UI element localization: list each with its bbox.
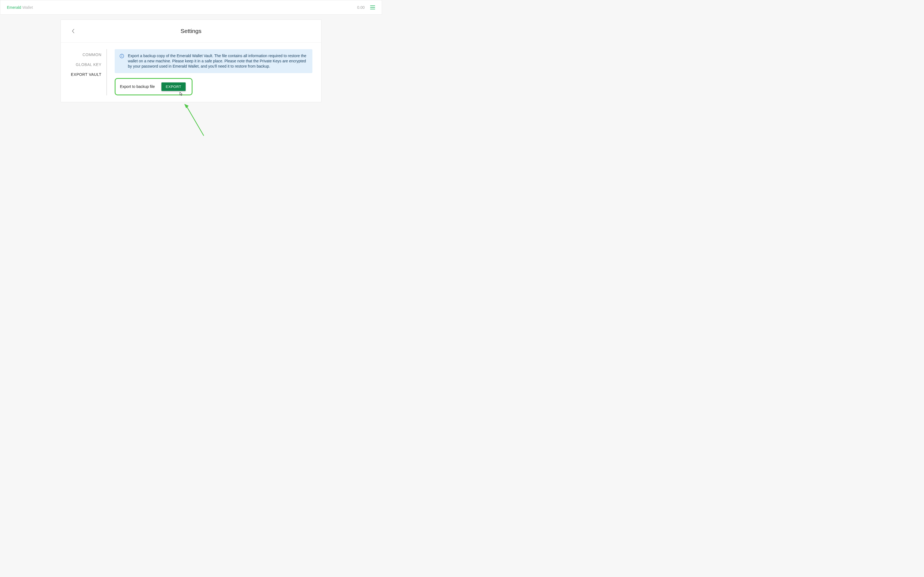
svg-marker-4 (184, 104, 189, 108)
settings-content: Export a backup copy of the Emerald Wall… (107, 49, 312, 95)
header-right: 0.00 (357, 5, 375, 10)
info-icon (120, 54, 124, 60)
sidebar-item-global-key[interactable]: GLOBAL KEY (61, 60, 107, 69)
svg-rect-2 (121, 56, 122, 57)
export-button[interactable]: EXPORT (162, 82, 186, 91)
back-button[interactable] (72, 29, 74, 33)
info-text: Export a backup copy of the Emerald Wall… (128, 53, 307, 69)
settings-sidebar: COMMON GLOBAL KEY EXPORT VAULT (61, 49, 107, 95)
app-header: Emerald Wallet 0.00 (0, 0, 382, 15)
logo-brand: Emerald (7, 5, 21, 10)
card-header: Settings (61, 20, 321, 43)
logo-sub: Wallet (22, 5, 33, 10)
balance-value: 0.00 (357, 5, 365, 10)
info-box: Export a backup copy of the Emerald Wall… (115, 49, 312, 73)
svg-line-3 (186, 106, 204, 136)
page-title: Settings (181, 28, 202, 34)
sidebar-item-common[interactable]: COMMON (61, 50, 107, 60)
card-body: COMMON GLOBAL KEY EXPORT VAULT Export a … (61, 43, 321, 102)
menu-icon[interactable] (370, 5, 375, 9)
settings-card: Settings COMMON GLOBAL KEY EXPORT VAULT … (60, 19, 321, 102)
export-label: Export to backup file (120, 84, 155, 89)
export-row-highlight: Export to backup file EXPORT (115, 78, 192, 95)
chevron-left-icon (72, 29, 74, 33)
app-logo: Emerald Wallet (7, 5, 33, 10)
sidebar-item-export-vault[interactable]: EXPORT VAULT (61, 69, 107, 79)
svg-point-1 (121, 55, 122, 55)
arrow-annotation-icon (183, 103, 208, 140)
